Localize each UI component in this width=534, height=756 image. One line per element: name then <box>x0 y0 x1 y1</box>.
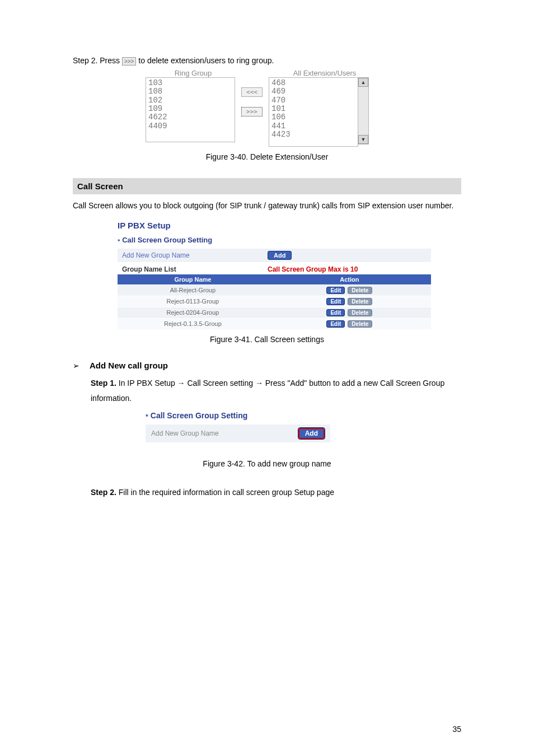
delete-button[interactable]: Delete <box>348 320 372 328</box>
col-action: Action <box>268 274 431 285</box>
group-name-cell: Reject-0113-Group <box>118 296 268 307</box>
ring-group-listbox[interactable]: 103 108 102 109 4622 4409 <box>146 77 235 142</box>
add-button[interactable]: Add <box>268 251 292 260</box>
group-name-cell: Reject-0204-Group <box>118 307 268 318</box>
ippbx-subtitle: Call Screen Group Setting <box>118 236 431 244</box>
add-new-call-group-heading: Add New call group <box>90 361 168 370</box>
edit-button[interactable]: Edit <box>326 287 345 294</box>
triangle-bullet-icon: ➢ <box>73 361 79 370</box>
step1-label: Step 1. <box>91 379 116 388</box>
page-number: 35 <box>452 725 461 734</box>
delete-button[interactable]: Delete <box>348 309 372 316</box>
add-new-group-label: Add New Group Name <box>122 251 268 259</box>
edit-button[interactable]: Edit <box>326 309 345 316</box>
step1-text: Step 1. In IP PBX Setup → Call Screen se… <box>91 376 461 405</box>
figure-3-40-caption: Figure 3-40. Delete Extension/User <box>73 152 461 161</box>
move-in-button[interactable]: <<< <box>241 87 263 97</box>
group-name-cell: All-Reject-Group <box>118 284 268 296</box>
table-row: Reject-0.1.3.5-Group Edit Delete <box>118 318 431 329</box>
table-row: Reject-0204-Group Edit Delete <box>118 307 431 318</box>
ring-group-label: Ring Group <box>146 69 241 77</box>
ippbx-setup-block: IP PBX Setup Call Screen Group Setting A… <box>118 221 431 329</box>
col-group-name: Group Name <box>118 274 268 285</box>
table-row: All-Reject-Group Edit Delete <box>118 284 431 296</box>
delete-button[interactable]: Delete <box>348 298 372 305</box>
scroll-up-icon[interactable]: ▲ <box>358 78 368 87</box>
call-screen-paragraph: Call Screen allows you to block outgoing… <box>73 199 461 213</box>
all-ext-listbox[interactable]: 468 469 470 101 106 441 4423 <box>269 77 358 147</box>
remove-button-inline[interactable]: >>> <box>122 57 137 66</box>
add-button-highlighted[interactable]: Add <box>298 428 325 439</box>
edit-button[interactable]: Edit <box>326 298 345 305</box>
edit-button[interactable]: Edit <box>326 320 345 328</box>
step2-line: Step 2. Press >>> to delete extension/us… <box>73 56 461 66</box>
step2-text-a: Step 2. Press <box>73 56 122 65</box>
figure-3-41-caption: Figure 3-41. Call Screen settings <box>73 335 461 344</box>
group-name-cell: Reject-0.1.3.5-Group <box>118 318 268 329</box>
scroll-down-icon[interactable]: ▼ <box>358 135 368 144</box>
all-ext-label: All Extension/Users <box>241 69 386 77</box>
figure-3-42-caption: Figure 3-42. To add new group name <box>73 459 461 468</box>
ring-group-widget: Ring Group All Extension/Users 103 108 1… <box>146 69 386 147</box>
call-screen-heading: Call Screen <box>73 178 461 194</box>
step2-text-b: to delete extension/users to ring group. <box>138 56 274 65</box>
group-name-list-label: Group Name List <box>122 265 268 273</box>
scrollbar[interactable]: ▲ ▼ <box>358 77 369 144</box>
ippbx-title: IP PBX Setup <box>118 221 431 230</box>
step2b-text: Step 2. Fill in the required information… <box>91 485 461 500</box>
delete-button[interactable]: Delete <box>348 287 372 294</box>
csg-add-label: Add New Group Name <box>151 430 298 437</box>
csg-inset: Call Screen Group Setting Add New Group … <box>146 411 461 442</box>
step1-body: In IP PBX Setup → Call Screen setting → … <box>91 379 444 403</box>
max-warning: Call Screen Group Max is 10 <box>268 265 358 273</box>
move-out-button[interactable]: >>> <box>241 107 263 116</box>
group-table: Group Name Action All-Reject-Group Edit … <box>118 274 431 329</box>
table-row: Reject-0113-Group Edit Delete <box>118 296 431 307</box>
step2b-body: Fill in the required information in call… <box>116 488 334 497</box>
step2b-label: Step 2. <box>91 488 116 497</box>
csg-title: Call Screen Group Setting <box>146 411 461 420</box>
